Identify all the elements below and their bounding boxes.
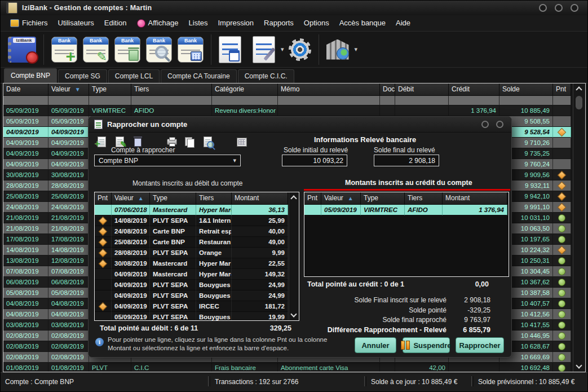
- pnt-cell[interactable]: [553, 116, 571, 127]
- initial-balance-field[interactable]: 10 093,22: [282, 155, 347, 166]
- online-banking-icon[interactable]: [326, 39, 349, 60]
- scrollbar-thumb[interactable]: [576, 96, 582, 109]
- close-button[interactable]: [571, 4, 578, 12]
- pnt-cell[interactable]: [95, 248, 112, 258]
- account-summary-icon[interactable]: Bank: [178, 37, 204, 63]
- pnt-cell[interactable]: [553, 266, 571, 277]
- pnt-cell[interactable]: [553, 180, 571, 191]
- menu-edition[interactable]: Edition: [99, 15, 132, 31]
- table-row[interactable]: 05/09/2019VIRMTRECAFIDO1 376,94: [304, 205, 509, 215]
- pnt-cell[interactable]: [553, 213, 571, 223]
- pnt-cell[interactable]: [95, 269, 112, 280]
- menu-acces-banque[interactable]: Accès banque: [334, 15, 391, 31]
- column-header-type[interactable]: Type: [150, 192, 196, 205]
- pnt-cell[interactable]: [553, 277, 571, 288]
- scroll-down-icon[interactable]: [577, 363, 581, 368]
- table-row[interactable]: 24/08/2019Carte BNPRetrait esp40,00: [95, 226, 289, 237]
- pnt-cell[interactable]: [95, 280, 112, 290]
- tab-compte-lcl[interactable]: Compte LCL: [108, 69, 160, 83]
- import-line-icon[interactable]: +: [96, 136, 107, 147]
- pnt-cell[interactable]: [553, 320, 571, 331]
- pnt-cell[interactable]: [553, 298, 571, 309]
- suspend-button[interactable]: Suspendre: [403, 337, 450, 353]
- pnt-cell[interactable]: [553, 191, 571, 202]
- tab-compte-ca-touraine[interactable]: Compte CA Touraine: [161, 69, 237, 83]
- column-header-montant[interactable]: Montant: [443, 192, 507, 205]
- account-search-icon[interactable]: Bank: [146, 37, 172, 63]
- reconcile-button[interactable]: Rapprocher: [456, 337, 504, 353]
- dropdown-caret-icon[interactable]: ▾: [355, 46, 358, 53]
- column-header-solde[interactable]: Solde: [499, 83, 553, 96]
- table-row[interactable]: 25/08/2019Carte BNPRestauran49,00: [95, 237, 289, 248]
- column-header-doc[interactable]: Doc: [380, 83, 395, 96]
- delete-line-icon[interactable]: [132, 136, 143, 147]
- table-row[interactable]: 05/09/201905/09/2019VIRMTRECAFIDORevenu …: [3, 105, 573, 116]
- pnt-cell[interactable]: [553, 202, 571, 213]
- column-header-debit[interactable]: Débit: [395, 83, 449, 96]
- pnt-cell[interactable]: [553, 138, 571, 148]
- tab-compte-sg[interactable]: Compte SG: [58, 69, 107, 83]
- menu-listes[interactable]: Listes: [184, 15, 213, 31]
- pnt-cell[interactable]: [553, 288, 571, 298]
- minimize-button[interactable]: [539, 4, 547, 12]
- pnt-cell[interactable]: [553, 234, 571, 245]
- menu-fichiers[interactable]: Fichiers: [5, 15, 53, 31]
- column-header-pnt[interactable]: Pnt: [553, 83, 571, 96]
- table-scrollbar[interactable]: [573, 83, 585, 372]
- pnt-cell[interactable]: [553, 256, 571, 266]
- print-icon[interactable]: [166, 136, 177, 147]
- column-header-tiers[interactable]: Tiers: [131, 83, 212, 96]
- table-row[interactable]: 04/09/2019MastercardHyper Marc149,32: [95, 269, 289, 280]
- tab-compte-bnp[interactable]: Compte BNP: [4, 68, 57, 83]
- column-header-tiers[interactable]: Tiers: [196, 192, 232, 205]
- pnt-cell[interactable]: [95, 237, 112, 248]
- menu-utilisateurs[interactable]: Utilisateurs: [53, 15, 99, 31]
- izibank-exit-icon[interactable]: IziBank: [8, 37, 36, 63]
- pnt-cell[interactable]: [95, 290, 112, 301]
- table-row[interactable]: 05/09/2019PLVT SEPABouygues T19,99: [95, 312, 289, 321]
- tab-compte-c-i-c-[interactable]: Compte C.I.C.: [238, 69, 294, 83]
- preview-icon[interactable]: [202, 136, 213, 147]
- pnt-cell[interactable]: [553, 159, 571, 170]
- table-row[interactable]: 07/06/2018MastercardHyper Marc36,13: [95, 205, 289, 215]
- settings-gear-icon[interactable]: [289, 38, 311, 61]
- write-transaction-icon[interactable]: [253, 36, 275, 63]
- pnt-cell[interactable]: [95, 312, 112, 321]
- menu-options[interactable]: Options: [299, 15, 334, 31]
- column-header-date[interactable]: Date: [3, 83, 48, 96]
- pnt-cell[interactable]: [553, 245, 571, 256]
- table-row[interactable]: 30/08/2019MastercardHyper Mar22,55: [95, 258, 289, 269]
- pnt-cell[interactable]: [95, 215, 112, 226]
- final-balance-field[interactable]: 2 908,18: [374, 155, 439, 166]
- calculator-icon[interactable]: [236, 136, 247, 147]
- dialog-close-button[interactable]: [496, 121, 503, 128]
- account-add-icon[interactable]: Bank+: [51, 37, 77, 63]
- account-select[interactable]: Compte BNP ▾: [94, 155, 241, 166]
- debit-table-scrollbar[interactable]: [289, 192, 299, 320]
- column-header-categorie[interactable]: Catégorie: [212, 83, 278, 96]
- pnt-cell[interactable]: [95, 226, 112, 237]
- maximize-button[interactable]: [555, 4, 563, 12]
- table-row[interactable]: 14/08/2019PLVT SEPA1&1 Intern25,99: [95, 215, 289, 226]
- pnt-cell[interactable]: [95, 258, 112, 269]
- pnt-cell[interactable]: [304, 205, 321, 215]
- column-header-tiers[interactable]: Tiers: [405, 192, 443, 205]
- column-header-type[interactable]: Type: [361, 192, 405, 205]
- table-row[interactable]: 28/08/2019PLVT SEPAOrange9,99: [95, 248, 289, 258]
- cancel-button[interactable]: Annuler: [355, 337, 396, 353]
- pnt-cell[interactable]: [553, 148, 571, 159]
- pnt-cell[interactable]: [95, 205, 112, 215]
- scroll-up-icon[interactable]: [577, 86, 581, 91]
- copy-icon[interactable]: [184, 136, 195, 147]
- table-row[interactable]: 04/09/2019PLVT SEPABouygues T24,99: [95, 290, 289, 301]
- pnt-cell[interactable]: [553, 309, 571, 320]
- menu-rapports[interactable]: Rapports: [259, 15, 299, 31]
- dropdown-caret-icon[interactable]: ▾: [281, 46, 284, 53]
- table-filter-row[interactable]: [3, 96, 573, 105]
- table-row[interactable]: 04/09/2019PLVT SEPAIRCEC181,72: [95, 301, 289, 312]
- table-row[interactable]: 04/09/2019PLVT SEPABouygues T24,99: [95, 280, 289, 290]
- scroll-up-icon[interactable]: [291, 195, 296, 200]
- column-header-type[interactable]: Type: [89, 83, 131, 96]
- pnt-cell[interactable]: [553, 341, 571, 352]
- scroll-down-icon[interactable]: [291, 312, 296, 316]
